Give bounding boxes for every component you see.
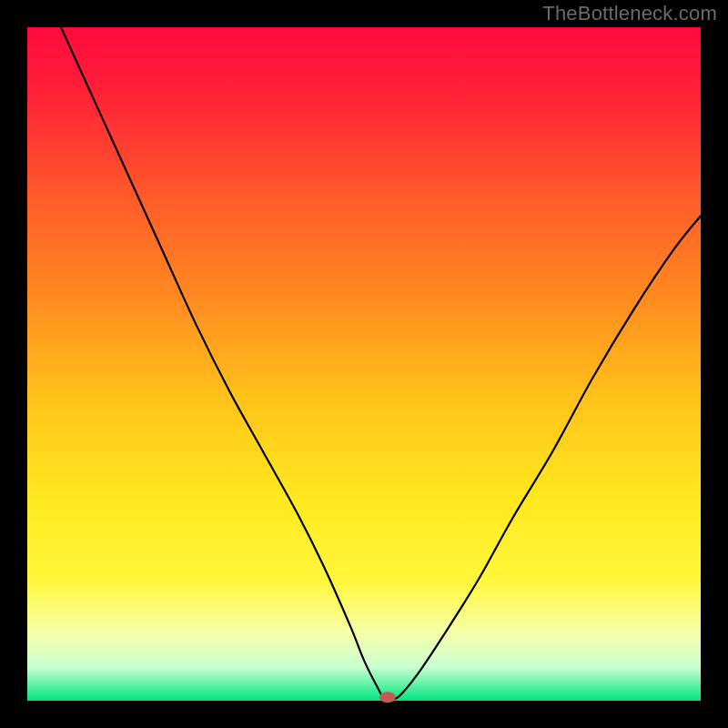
watermark-text: TheBottleneck.com xyxy=(542,2,717,25)
chart-frame: TheBottleneck.com xyxy=(0,0,728,728)
bottleneck-chart xyxy=(0,0,728,728)
current-point-marker xyxy=(379,692,396,703)
